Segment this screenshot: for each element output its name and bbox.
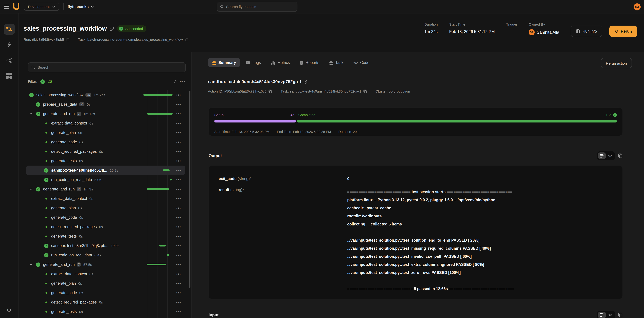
tree-search-input[interactable] — [38, 65, 182, 69]
more-options-icon[interactable]: ••• — [180, 79, 186, 84]
user-avatar[interactable]: SA — [634, 3, 641, 10]
row-menu-icon[interactable]: ••• — [175, 281, 183, 285]
tree-row[interactable]: generate_tests 0s ••• — [26, 307, 186, 316]
row-menu-icon[interactable]: ••• — [175, 300, 183, 304]
tab-task[interactable]: Task — [325, 58, 348, 67]
gantt-bar[interactable] — [159, 245, 166, 246]
setup-phase-bar[interactable] — [214, 120, 296, 122]
tree-row[interactable]: ✓ generate_and_run 7 1m 3s ••• — [26, 184, 186, 194]
tree-row[interactable]: detect_required_packages 0s ••• — [26, 298, 186, 307]
tree-row[interactable]: generate_code 0s ••• — [26, 137, 186, 147]
row-menu-icon[interactable]: ••• — [175, 310, 183, 314]
tab-code[interactable]: </> Code — [349, 58, 374, 67]
tree-row[interactable]: generate_code 0s ••• — [26, 213, 186, 222]
tree-row[interactable]: ✓ run_code_on_real_data 6.4s ••• — [26, 250, 186, 260]
filter-count[interactable]: 26 — [48, 80, 52, 84]
tree-row[interactable]: extract_data_context 0s ••• — [26, 118, 186, 128]
gantt-bar[interactable] — [147, 264, 166, 265]
row-menu-icon[interactable]: ••• — [175, 187, 183, 191]
copy-icon[interactable] — [618, 154, 622, 158]
copy-icon[interactable] — [364, 89, 367, 93]
row-menu-icon[interactable]: ••• — [175, 225, 183, 229]
hamburger-icon[interactable] — [4, 4, 9, 8]
tree-row[interactable]: generate_plan 0s ••• — [26, 128, 186, 137]
collapse-icon[interactable] — [174, 80, 177, 83]
tree-row[interactable]: ✓ generate_and_run 7 57.5s ••• — [26, 260, 186, 269]
tree-search[interactable] — [28, 62, 186, 72]
tab-reports[interactable]: Reports — [296, 58, 324, 67]
tree-row[interactable]: extract_data_context 0s ••• — [26, 194, 186, 203]
row-menu-icon[interactable]: ••• — [175, 121, 183, 125]
code-view-icon[interactable]: </> — [606, 312, 614, 318]
row-menu-icon[interactable]: ••• — [175, 262, 183, 266]
rerun-button[interactable]: ↻ Rerun — [609, 26, 637, 37]
gear-icon[interactable]: ⚙ — [0, 307, 18, 313]
row-menu-icon[interactable]: ••• — [175, 206, 183, 210]
gantt-bar[interactable] — [147, 188, 169, 190]
copy-icon[interactable] — [618, 312, 622, 317]
row-menu-icon[interactable]: ••• — [175, 102, 183, 106]
chevron-down-icon[interactable] — [29, 103, 36, 105]
row-menu-icon[interactable]: ••• — [175, 196, 183, 200]
tree-row[interactable]: generate_plan 0s ••• — [26, 279, 186, 288]
tree-row[interactable]: ✓ prepare_sales_data ✓ 0s ••• — [26, 100, 186, 109]
tree-row[interactable]: ✓ generate_and_run 7 1m 12s ••• — [26, 109, 186, 118]
completed-phase-bar[interactable] — [297, 120, 617, 122]
link-icon[interactable] — [110, 26, 114, 31]
org-selector[interactable]: Development — [24, 2, 59, 10]
row-menu-icon[interactable]: ••• — [175, 168, 183, 172]
gantt-bar[interactable] — [170, 179, 172, 180]
tree-row[interactable]: generate_tests 0s ••• — [26, 156, 186, 166]
tree-row[interactable]: generate_code 0s ••• — [26, 288, 186, 298]
link-icon[interactable] — [304, 80, 308, 84]
row-menu-icon[interactable]: ••• — [175, 215, 183, 220]
gantt-bar[interactable] — [167, 254, 169, 256]
gantt-bar[interactable] — [163, 170, 170, 171]
lightning-icon[interactable] — [4, 39, 15, 50]
row-menu-icon[interactable]: ••• — [175, 159, 183, 163]
rerun-action-button[interactable]: Rerun action — [601, 58, 632, 68]
apps-grid-icon[interactable] — [4, 70, 15, 81]
row-menu-icon[interactable]: ••• — [175, 244, 183, 248]
tree-row[interactable]: ✓ sandbox-test-c8hr3i1hh0lq8zpb... 19.9s… — [26, 241, 186, 250]
global-search-input[interactable] — [226, 5, 294, 9]
row-menu-icon[interactable]: ••• — [175, 291, 183, 295]
tree-row[interactable]: generate_plan 0s ••• — [26, 203, 186, 213]
row-menu-icon[interactable]: ••• — [175, 234, 183, 238]
tree-scrollbar[interactable] — [189, 91, 190, 288]
tree-row[interactable]: detect_required_packages 0s ••• — [26, 222, 186, 232]
run-info-button[interactable]: Run info — [571, 26, 602, 37]
code-view-icon[interactable]: </> — [606, 152, 614, 159]
tree-row[interactable]: extract_data_context 0s ••• — [26, 269, 186, 279]
tree-row[interactable]: ✓ run_code_on_real_data 5.0s ••• — [26, 175, 186, 184]
gantt-bar[interactable] — [147, 113, 172, 114]
tree-row[interactable]: generate_tests 0s ••• — [26, 232, 186, 241]
workflow-route-icon[interactable] — [4, 24, 15, 35]
tab-summary[interactable]: Summary — [208, 58, 240, 67]
row-menu-icon[interactable]: ••• — [175, 140, 183, 144]
gantt-bar[interactable] — [143, 94, 172, 96]
row-menu-icon[interactable]: ••• — [175, 272, 183, 276]
copy-icon[interactable] — [268, 89, 272, 93]
chevron-down-icon[interactable] — [29, 264, 36, 266]
row-menu-icon[interactable]: ••• — [175, 253, 183, 257]
global-search[interactable] — [217, 2, 298, 12]
tab-metrics[interactable]: Metrics — [267, 58, 294, 67]
tree-row[interactable]: ✓ sales_processing_workflow 25 1m 24s ••… — [26, 90, 186, 100]
list-view-icon[interactable] — [598, 152, 606, 159]
chevron-down-icon[interactable] — [29, 113, 36, 115]
filter-status-icon[interactable]: ✓ — [40, 79, 44, 84]
list-view-icon[interactable] — [598, 312, 606, 318]
tree-row[interactable]: detect_required_packages 0s ••• — [26, 147, 186, 156]
project-selector[interactable]: flytesnacks — [68, 4, 94, 8]
row-menu-icon[interactable]: ••• — [175, 150, 183, 154]
chevron-down-icon[interactable] — [29, 188, 36, 190]
row-menu-icon[interactable]: ••• — [175, 93, 183, 97]
share-graph-icon[interactable] — [4, 55, 15, 66]
row-menu-icon[interactable]: ••• — [175, 130, 183, 134]
union-logo[interactable] — [12, 2, 20, 10]
tab-logs[interactable]: Logs — [242, 58, 265, 67]
row-menu-icon[interactable]: ••• — [175, 112, 183, 116]
tree-row[interactable]: ✓ sandbox-test-4s0unsh4c514l... 20.2s ••… — [26, 166, 186, 175]
copy-icon[interactable] — [185, 38, 188, 41]
